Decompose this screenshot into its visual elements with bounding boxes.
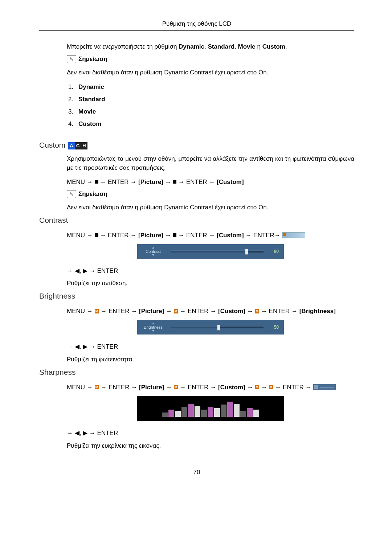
stop-icon	[95, 233, 98, 237]
nav-picture: [Picture]	[138, 178, 163, 185]
m-icon: M	[255, 309, 259, 313]
arrow: →	[85, 232, 94, 239]
slider-track[interactable]	[171, 326, 264, 328]
slider-thumb[interactable]	[217, 325, 220, 331]
nav-enter: ENTER	[109, 308, 130, 315]
nav-menu: MENU	[67, 384, 85, 391]
bar	[168, 410, 174, 417]
up-arrow-icon: ▲	[141, 246, 166, 249]
note-label: Σημείωση	[78, 190, 107, 198]
bar	[208, 407, 213, 417]
list-label: Dynamic	[78, 83, 104, 90]
contrast-after: → ◀, ▶ → ENTER	[67, 267, 354, 276]
note-icon: ✎	[67, 190, 76, 198]
nav-enter: ENTER	[109, 384, 130, 391]
slider-thumb[interactable]	[245, 249, 248, 255]
arrow: →	[131, 384, 139, 391]
slider-value: 80	[269, 249, 279, 254]
m-icon: M	[269, 385, 273, 389]
nav-custom-br: [Custom]	[217, 232, 244, 239]
bar	[188, 404, 194, 417]
input-mode-chip: A C H	[68, 142, 87, 149]
arrow: →	[261, 384, 269, 391]
arrow: →	[85, 308, 94, 315]
bar	[181, 407, 187, 417]
arrow: →	[261, 308, 269, 315]
nav-menu: MENU	[67, 178, 85, 185]
arrow: →	[207, 178, 217, 185]
nav-brightness-br: [Brightness]	[299, 308, 336, 315]
brightness-slider[interactable]: ▲ Brightness ▼ 50	[137, 320, 284, 335]
down-arrow-icon: ▼	[141, 329, 166, 333]
mode-standard: Standard	[208, 43, 234, 50]
up-arrow-icon: ▲	[141, 322, 166, 325]
arrow: →	[98, 178, 108, 185]
note-label: Σημείωση	[78, 56, 107, 63]
arrow: →	[244, 232, 253, 239]
bar	[221, 405, 226, 417]
arrow: →	[163, 232, 173, 239]
mode-custom: Custom	[262, 43, 285, 50]
bar	[201, 410, 207, 417]
note-icon: ✎	[67, 55, 76, 63]
nav-custom-br: [Custom]	[217, 178, 244, 185]
submenu-icon	[313, 384, 336, 390]
nav-picture: [Picture]	[139, 384, 164, 391]
heading-contrast: Contrast	[39, 216, 354, 225]
m-icon: M	[95, 385, 99, 389]
submenu-icon	[282, 232, 305, 238]
slider-value: 50	[269, 325, 279, 330]
arrow: →	[176, 178, 186, 185]
nav-contrast: MENU → → ENTER → [Picture] → → ENTER → […	[67, 230, 354, 241]
stop-icon	[95, 180, 98, 184]
page-number: 70	[39, 469, 354, 487]
nav-sharpness: MENU → M → ENTER → [Picture] → M → ENTER…	[67, 382, 354, 393]
bar	[253, 410, 259, 417]
arrow: →	[176, 232, 186, 239]
nav-enter: ENTER	[186, 232, 207, 239]
nav-enter: ENTER	[253, 232, 274, 239]
chip-c: C	[75, 142, 81, 149]
nav-enter: ENTER	[186, 178, 207, 185]
bar	[214, 408, 220, 417]
nav-menu: MENU	[67, 232, 85, 239]
mode-movie: Movie	[238, 43, 256, 50]
chip-a: A	[68, 142, 74, 149]
m-icon: M	[95, 309, 99, 313]
list-label: Movie	[78, 108, 96, 115]
nav-custom: MENU → → ENTER → [Picture] → → ENTER → […	[67, 176, 354, 188]
down-arrow-icon: ▼	[141, 254, 166, 257]
slider-track[interactable]	[171, 250, 264, 253]
list-item: 4.Custom	[68, 120, 354, 128]
arrow: →	[99, 384, 109, 391]
arrow: →	[247, 308, 255, 315]
note-body: Δεν είναι διαθέσιμο όταν η ρύθμιση Dynam…	[67, 68, 354, 77]
list-num: 1.	[68, 83, 78, 91]
list-item: 3.Movie	[68, 108, 354, 115]
slider-label-col: ▲ Contrast ▼	[141, 246, 166, 257]
contrast-slider[interactable]: ▲ Contrast ▼ 80	[137, 244, 284, 259]
stop-icon	[173, 180, 176, 184]
arrow: →	[180, 308, 188, 315]
arrow: →	[275, 384, 283, 391]
section-custom: Custom A C H	[39, 137, 354, 155]
note-row: ✎ Σημείωση	[67, 55, 354, 63]
slider-fill	[171, 327, 217, 328]
m-icon: M	[255, 385, 259, 389]
list-label: Custom	[78, 120, 101, 127]
list-item: 1.Dynamic	[68, 83, 354, 91]
bar	[247, 408, 253, 417]
bar	[234, 404, 240, 417]
slider-fill	[171, 251, 245, 253]
arrow: →	[98, 232, 108, 239]
list-num: 3.	[68, 108, 78, 115]
contrast-desc: Ρυθμίζει την αντίθεση.	[67, 279, 354, 288]
intro-text: Μπορείτε να ενεργοποιήσετε τη ρύθμιση	[67, 43, 179, 50]
slider-label-col: ▲ Brightness ▼	[141, 322, 166, 333]
arrow: →	[210, 308, 218, 315]
nav-enter: ENTER	[283, 384, 304, 391]
stop-icon	[173, 233, 176, 237]
note-row: ✎ Σημείωση	[67, 190, 354, 198]
arrow: →	[99, 308, 109, 315]
arrow: →	[180, 384, 188, 391]
